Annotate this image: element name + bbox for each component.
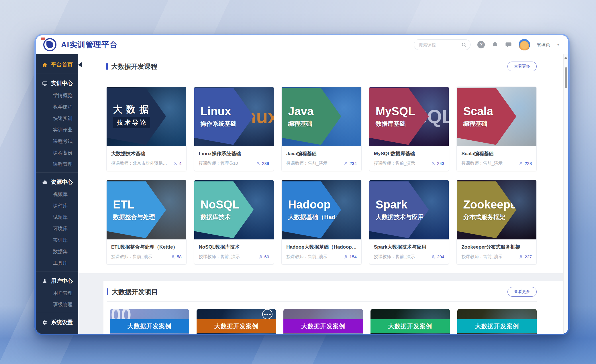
project-card-grid: 00 大数据开发案例 ●●● 大数据开发案例 大数据开发案例 大数据开发案例 大… xyxy=(110,309,537,334)
sidebar-subitem[interactable]: 课程备份 xyxy=(36,147,78,159)
section-title: 大数据开发课程 xyxy=(111,62,157,71)
course-title: NoSQL数据库技术 xyxy=(199,244,269,250)
project-banner: 大数据开发案例 xyxy=(283,319,363,333)
cover-subtitle: 大数据技术与应用 xyxy=(376,213,424,221)
scrollbar-thumb[interactable] xyxy=(565,67,567,88)
course-cover: MySQL MySQL 数据库基础 xyxy=(369,87,449,146)
person-icon xyxy=(173,161,178,166)
person-icon xyxy=(344,255,348,259)
project-card[interactable]: 大数据开发案例 xyxy=(283,309,363,334)
sidebar-subitem[interactable]: 试题库 xyxy=(36,212,78,223)
course-title: Java编程基础 xyxy=(286,150,357,157)
person-icon xyxy=(519,255,523,259)
course-meta: 授课教师：售前_演示 58 xyxy=(111,254,182,259)
course-teacher: 授课教师：售前_演示 xyxy=(199,254,240,259)
sidebar-subitem[interactable]: 数据集 xyxy=(36,246,78,257)
course-card-grid: 大 数 据 技 术 导 论 大数据技术基础 授课教师：北京市对外贸易学校教...… xyxy=(106,86,537,265)
search-box[interactable] xyxy=(414,39,470,50)
course-card[interactable]: MySQL MySQL 数据库基础 MySQL数据库基础 授课教师：售前_演示 … xyxy=(369,86,449,171)
sidebar-subitem[interactable]: 课程考试 xyxy=(36,136,78,147)
course-title: MySQL数据库基础 xyxy=(374,150,444,157)
person-icon xyxy=(431,255,436,259)
cover-subtitle: 编程基础 xyxy=(463,120,487,128)
course-title: Zookeeper分布式服务框架 xyxy=(461,244,532,250)
messages-icon[interactable] xyxy=(505,42,512,48)
project-card[interactable]: 00 大数据开发案例 xyxy=(110,309,189,334)
sidebar-item-system-settings[interactable]: 系统设置 xyxy=(36,316,78,329)
sidebar-item-training-center[interactable]: 实训中心 xyxy=(36,77,78,90)
course-title: ETL数据整合与处理（Kettle） xyxy=(111,244,182,250)
sidebar-subitem[interactable]: 视频库 xyxy=(36,189,78,200)
project-card[interactable]: 大数据开发案例 xyxy=(370,309,450,334)
sidebar-subitem[interactable]: 实训作业 xyxy=(36,124,78,136)
course-card[interactable]: 大 数 据 技 术 导 论 大数据技术基础 授课教师：北京市对外贸易学校教...… xyxy=(106,86,187,171)
courses-section: 大数据开发课程 查看更多 大 数 据 技 术 导 论 大数据技术基础 授课教师：… xyxy=(78,54,568,273)
sidebar-subitem[interactable]: 教学课程 xyxy=(36,101,78,113)
home-icon xyxy=(42,62,48,68)
sidebar-item-user-center[interactable]: 用户中心 xyxy=(36,274,78,288)
course-teacher: 授课教师：售前_演示 xyxy=(286,161,327,166)
project-banner: 大数据开发案例 xyxy=(370,319,450,333)
course-card[interactable]: ETL 数据整合与处理 ETL数据整合与处理（Kettle） 授课教师：售前_演… xyxy=(106,180,187,265)
course-meta: 授课教师：售前_演示 228 xyxy=(461,161,532,166)
user-avatar[interactable] xyxy=(519,39,530,50)
user-name[interactable]: 管理员 xyxy=(537,42,550,48)
course-card[interactable]: Scala 编程基础 Scala编程基础 授课教师：售前_演示 228 xyxy=(456,86,537,171)
sidebar-subitem[interactable]: 学情概览 xyxy=(36,90,78,101)
student-count: 154 xyxy=(344,254,357,259)
course-cover: Spark 大数据技术与应用 xyxy=(369,180,449,239)
sidebar-subitem[interactable]: 环境库 xyxy=(36,223,78,235)
notifications-icon[interactable] xyxy=(492,42,498,48)
search-input[interactable] xyxy=(419,42,461,47)
desktop-wallpaper: AI实训管理平台 ? 管理 xyxy=(0,0,596,364)
sidebar-subitem[interactable]: 快速实训 xyxy=(36,113,78,124)
view-more-button[interactable]: 查看更多 xyxy=(507,287,537,297)
person-icon xyxy=(258,255,263,259)
course-card[interactable]: inux Linux 操作系统基础 Linux操作系统基础 授课教师：管理员10… xyxy=(194,86,274,171)
sidebar-group: 用户中心用户管理班级管理 xyxy=(36,271,78,313)
project-card[interactable]: ●●● 大数据开发案例 xyxy=(197,309,276,334)
sidebar-subitem[interactable]: 用户管理 xyxy=(36,288,78,299)
sidebar-subitem[interactable]: 工具库 xyxy=(36,257,78,269)
student-count: 228 xyxy=(519,161,532,166)
sidebar-subitem[interactable]: 实训库 xyxy=(36,235,78,246)
projects-section-header: 大数据开发项目 查看更多 xyxy=(107,287,537,297)
project-banner: 大数据开发案例 xyxy=(457,319,537,333)
courses-section-header: 大数据开发课程 查看更多 xyxy=(106,62,537,71)
view-more-button[interactable]: 查看更多 xyxy=(507,62,537,71)
course-card[interactable]: NoSQL 数据库技术 NoSQL数据库技术 授课教师：售前_演示 60 xyxy=(194,180,274,265)
search-icon[interactable] xyxy=(461,42,467,48)
cover-subtitle: 分布式服务框架 xyxy=(463,213,505,221)
sidebar-item-resource-center[interactable]: 资源中心 xyxy=(36,176,78,189)
help-icon[interactable]: ? xyxy=(477,41,485,48)
scrollbar[interactable] xyxy=(563,54,568,334)
divider xyxy=(107,301,537,302)
course-teacher: 授课教师：售前_演示 xyxy=(461,161,502,166)
project-card[interactable]: 大数据开发案例 xyxy=(457,309,537,334)
section-accent-bar xyxy=(107,288,108,295)
sidebar: 平台首页实训中心学情概览教学课程快速实训实训作业课程考试课程备份课程管理资源中心… xyxy=(36,54,78,334)
sidebar-item-label: 实训中心 xyxy=(51,80,73,87)
course-card[interactable]: Hadoop 大数据基础（Hadoop3） Hadoop大数据基础（Hadoop… xyxy=(281,180,362,265)
chevron-down-icon[interactable]: ▼ xyxy=(557,43,560,46)
divider xyxy=(106,76,537,76)
sidebar-item-platform-home[interactable]: 平台首页 xyxy=(36,58,78,71)
course-meta: 授课教师：售前_演示 227 xyxy=(461,254,532,259)
course-info: Java编程基础 授课教师：售前_演示 234 xyxy=(282,146,361,171)
course-card[interactable]: Java 编程基础 Java编程基础 授课教师：售前_演示 234 xyxy=(281,86,362,171)
sidebar-subitem[interactable]: 课件库 xyxy=(36,200,78,212)
course-meta: 授课教师：售前_演示 234 xyxy=(286,161,357,166)
scroll-up-arrow[interactable] xyxy=(564,57,567,59)
course-teacher: 授课教师：管理员10 xyxy=(199,161,238,166)
course-card[interactable]: Zookeeper 分布式服务框架 Zookeeper分布式服务框架 授课教师：… xyxy=(456,180,537,265)
course-meta: 授课教师：售前_演示 294 xyxy=(374,254,444,259)
person-icon xyxy=(256,161,260,166)
gear-icon xyxy=(42,320,48,325)
course-card[interactable]: Spark 大数据技术与应用 Spark大数据技术与应用 授课教师：售前_演示 … xyxy=(369,180,449,265)
sidebar-subitem[interactable]: 班级管理 xyxy=(36,299,78,310)
course-info: ETL数据整合与处理（Kettle） 授课教师：售前_演示 58 xyxy=(107,239,186,264)
header-actions: ? 管理员 ▼ xyxy=(414,39,560,50)
course-teacher: 授课教师：售前_演示 xyxy=(374,161,415,166)
course-teacher: 授课教师：售前_演示 xyxy=(111,254,152,259)
sidebar-subitem[interactable]: 课程管理 xyxy=(36,159,78,170)
